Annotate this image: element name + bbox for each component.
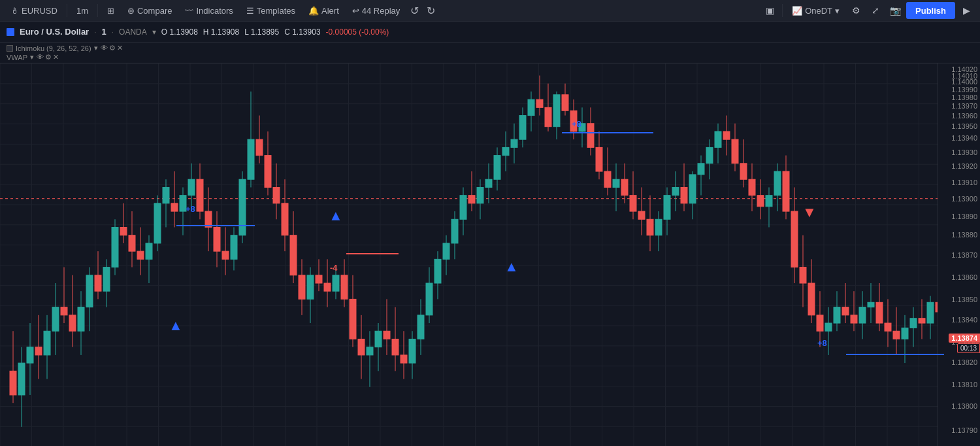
price-label: 1.13900 xyxy=(951,195,977,203)
divider-3 xyxy=(782,4,783,17)
chart-icon: 📈 xyxy=(792,6,802,16)
price-label: 1.13880 xyxy=(951,231,977,239)
redo-btn[interactable]: ↻ xyxy=(424,2,438,19)
chart-type-icon: 🕯 xyxy=(10,6,19,16)
fullscreen-btn[interactable]: ⤢ xyxy=(867,2,884,19)
more-btn[interactable]: ▶ xyxy=(958,2,975,19)
arrow-up-icon: ▲ xyxy=(329,207,343,224)
symbol-label: EURUSD xyxy=(22,6,57,16)
chevron-down-icon: ▾ xyxy=(835,6,840,16)
ichimoku-row: Ichimoku (9, 26, 52, 26) ▾ 👁 ⚙ ✕ xyxy=(7,44,973,52)
price-label: 1.13920 xyxy=(951,162,977,170)
publish-button[interactable]: Publish xyxy=(906,2,955,19)
price-label: 1.13910 xyxy=(951,179,977,186)
bar-style-btn[interactable]: ⊞ xyxy=(102,2,120,19)
price-label: 1.13800 xyxy=(951,402,977,410)
chevron-icon: ▾ xyxy=(152,27,156,37)
ichimoku-settings-icon[interactable]: ⚙ xyxy=(109,44,116,52)
compare-btn[interactable]: ⊕ Compare xyxy=(122,2,177,19)
high-value: H 1.13908 xyxy=(203,27,239,37)
low-value: L 1.13895 xyxy=(244,27,279,37)
ichimoku-eye-icon[interactable]: 👁 xyxy=(101,44,108,52)
templates-icon: ☰ xyxy=(246,6,254,16)
separator-1: · xyxy=(94,27,96,37)
vwap-label: VWAP xyxy=(7,54,27,61)
chart-hline xyxy=(846,354,944,355)
price-axis: 1.140201.140101.140001.139901.139801.139… xyxy=(938,63,980,446)
indicators-label: Indicators xyxy=(196,6,233,16)
timeframe-display: 1 xyxy=(102,27,106,37)
vwap-eye-icon[interactable]: 👁 xyxy=(37,53,44,61)
chart-canvas[interactable] xyxy=(0,63,951,446)
undo-btn[interactable]: ↺ xyxy=(408,2,421,19)
indicators-icon: 〰 xyxy=(185,6,193,16)
account-label: OneDT xyxy=(805,6,832,16)
account-selector[interactable]: 📈 OneDT ▾ xyxy=(787,5,845,17)
alert-btn[interactable]: 🔔 Alert xyxy=(303,2,344,19)
open-value: O 1.13908 xyxy=(161,27,198,37)
chart-container[interactable]: 1.140201.140101.140001.139901.139801.139… xyxy=(0,63,980,446)
alert-label: Alert xyxy=(321,6,339,16)
timeframe-selector[interactable]: 1m xyxy=(71,2,93,19)
templates-btn[interactable]: ☰ Templates xyxy=(241,2,301,19)
symbol-color-box xyxy=(7,28,14,36)
current-time-label: 00:13 xyxy=(957,343,980,353)
price-label: 1.13930 xyxy=(951,148,977,156)
chart-annotation-label: +8 xyxy=(572,119,581,129)
price-label: 1.13860 xyxy=(951,273,977,281)
camera-btn[interactable]: 📷 xyxy=(887,2,904,19)
chart-hline xyxy=(562,132,653,133)
symbol-name: Euro / U.S. Dollar xyxy=(20,27,89,37)
separator-2: · xyxy=(112,27,114,37)
settings-btn[interactable]: ⚙ xyxy=(847,2,864,19)
price-label: 1.13890 xyxy=(951,213,977,220)
compare-icon: ⊕ xyxy=(127,6,135,16)
price-label: 1.13870 xyxy=(951,251,977,259)
ichimoku-close-icon[interactable]: ✕ xyxy=(117,44,123,52)
replay-label: 44 Replay xyxy=(362,6,400,16)
templates-label: Templates xyxy=(257,6,295,16)
arrow-down-icon: ▼ xyxy=(802,204,817,221)
chart-annotation-label: +8 xyxy=(186,204,195,214)
toolbar: 🕯 EURUSD 1m ⊞ ⊕ Compare 〰 Indicators ☰ T… xyxy=(0,0,980,22)
price-label: 1.14000 xyxy=(951,78,977,86)
ichimoku-params-toggle: ▾ xyxy=(94,44,98,52)
price-label: 1.13810 xyxy=(951,381,977,388)
arrow-up-icon: ▲ xyxy=(169,317,183,334)
vwap-close-icon[interactable]: ✕ xyxy=(53,53,59,61)
replay-btn[interactable]: ↩ 44 Replay xyxy=(347,2,406,19)
price-label: 1.13850 xyxy=(951,296,977,303)
ichimoku-controls: 👁 ⚙ ✕ xyxy=(101,44,123,52)
price-label: 1.13950 xyxy=(951,122,977,130)
timeframe-label: 1m xyxy=(76,6,88,16)
price-label: 1.13980 xyxy=(951,94,977,101)
vwap-controls: 👁 ⚙ ✕ xyxy=(37,53,59,61)
price-label: 1.13790 xyxy=(951,426,977,434)
divider-2 xyxy=(97,4,98,17)
chart-annotation-label: -4 xyxy=(330,263,338,273)
symbol-selector[interactable]: 🕯 EURUSD xyxy=(5,2,63,19)
indicators-btn[interactable]: 〰 Indicators xyxy=(180,2,238,19)
current-price-label: 1.13874 xyxy=(949,334,980,343)
close-value: C 1.13903 xyxy=(284,27,320,37)
ichimoku-box xyxy=(7,45,13,52)
compare-label: Compare xyxy=(137,6,172,16)
replay-icon: ↩ xyxy=(352,6,359,16)
price-label: 1.13960 xyxy=(951,112,977,120)
price-label: 1.13940 xyxy=(951,134,977,142)
ichimoku-label: Ichimoku (9, 26, 52, 26) xyxy=(16,44,91,52)
broker-label: OANDA xyxy=(119,27,147,37)
alert-icon: 🔔 xyxy=(308,6,319,16)
vwap-settings-icon[interactable]: ⚙ xyxy=(45,53,52,61)
arrow-up-icon: ▲ xyxy=(504,258,519,275)
vwap-params-toggle: ▾ xyxy=(30,53,34,61)
change-value: -0.00005 (-0.00%) xyxy=(326,27,389,37)
indicator-labels: Ichimoku (9, 26, 52, 26) ▾ 👁 ⚙ ✕ VWAP ▾ … xyxy=(0,43,980,63)
price-label: 1.13970 xyxy=(951,102,977,110)
layout-btn[interactable]: ▣ xyxy=(761,2,778,19)
divider-1 xyxy=(67,4,67,17)
chart-hline xyxy=(346,253,399,254)
bar-style-icon: ⊞ xyxy=(107,6,114,16)
chart-annotation-label: +8 xyxy=(817,338,827,348)
price-label: 1.13990 xyxy=(951,86,977,94)
